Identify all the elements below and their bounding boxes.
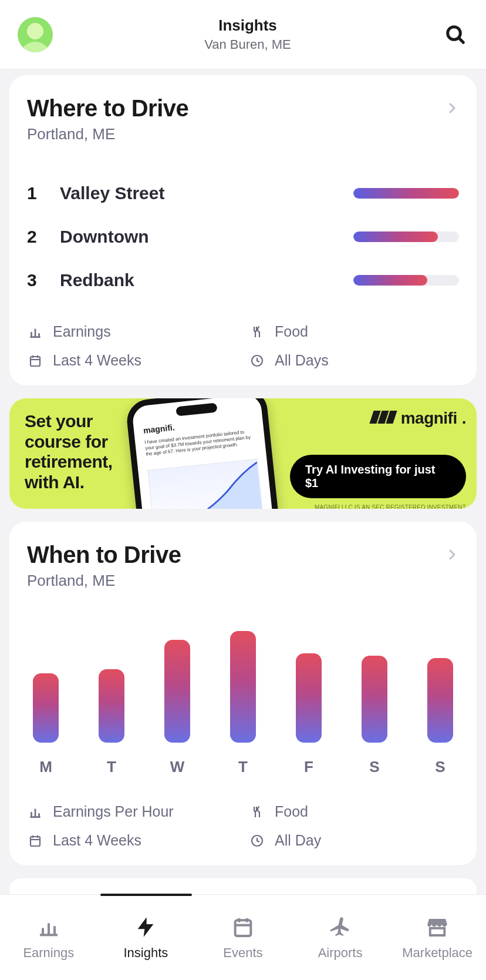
ad-brand-logo: magnifi. (372, 409, 466, 428)
lightning-icon (133, 915, 158, 939)
rank-name: Downtown (60, 227, 353, 247)
filter-metric[interactable]: Earnings (27, 323, 237, 340)
tab-marketplace[interactable]: Marketplace (389, 895, 486, 980)
filter-label: Last 4 Weeks (53, 352, 141, 369)
chart-label: S (356, 758, 393, 776)
scroll-content[interactable]: Where to Drive Portland, ME 1 Valley Str… (0, 69, 486, 894)
clock-icon (249, 833, 265, 849)
card-subtitle: Portland, ME (27, 125, 445, 143)
chevron-right-icon (445, 101, 459, 115)
chart-label: S (421, 758, 459, 776)
next-card-peek[interactable] (9, 878, 477, 894)
when-to-drive-card[interactable]: When to Drive Portland, ME M T W T F S S (9, 522, 477, 865)
tab-label: Events (223, 945, 262, 961)
chart-label: T (93, 758, 130, 776)
filter-label: All Day (275, 832, 321, 849)
ad-headline-line: Set your (25, 411, 93, 431)
rank-row[interactable]: 3 Redbank (27, 259, 459, 302)
calendar-icon (231, 915, 255, 939)
filter-days[interactable]: All Day (249, 832, 459, 849)
bar-chart-icon (27, 324, 43, 340)
tab-events[interactable]: Events (194, 895, 292, 980)
rank-list: 1 Valley Street 2 Downtown 3 Redbank (27, 172, 459, 302)
rank-bar-fill (353, 275, 427, 286)
where-filters: Earnings Food Last 4 Weeks All Days (27, 323, 459, 369)
rank-row[interactable]: 2 Downtown (27, 215, 459, 259)
phone-brand: magnifi. (143, 422, 175, 435)
tab-insights[interactable]: Insights (97, 895, 195, 980)
card-subtitle: Portland, ME (27, 572, 445, 590)
chart-bar (362, 656, 387, 743)
tab-airports[interactable]: Airports (292, 895, 389, 980)
ad-banner[interactable]: Set your course for retirement, with AI.… (9, 398, 477, 509)
bottom-tab-bar: Earnings Insights Events Airports Market… (0, 894, 486, 980)
card-title: Where to Drive (27, 95, 445, 122)
tab-label: Marketplace (402, 945, 473, 961)
filter-category[interactable]: Food (249, 803, 459, 820)
rank-number: 1 (27, 183, 60, 203)
ad-cta-button[interactable]: Try AI Investing for just $1 (290, 455, 466, 498)
rank-name: Valley Street (60, 183, 353, 203)
card-title: When to Drive (27, 542, 445, 568)
header-title-block: Insights Van Buren, ME (53, 16, 443, 52)
where-to-drive-card[interactable]: Where to Drive Portland, ME 1 Valley Str… (9, 75, 477, 385)
chart-bar (296, 653, 322, 743)
rank-bar-fill (353, 188, 459, 199)
rank-number: 2 (27, 227, 60, 247)
when-chart-labels: M T W T F S S (27, 758, 459, 776)
rank-bar-track (353, 188, 459, 199)
chart-bar (99, 669, 124, 743)
tab-earnings[interactable]: Earnings (0, 895, 97, 980)
storefront-icon (425, 915, 450, 939)
chart-label: T (224, 758, 262, 776)
filter-label: All Days (275, 352, 329, 369)
rank-row[interactable]: 1 Valley Street (27, 172, 459, 215)
svg-rect-7 (31, 357, 40, 366)
filter-period[interactable]: Last 4 Weeks (27, 352, 237, 369)
tab-label: Airports (318, 945, 363, 961)
search-button[interactable] (443, 22, 468, 48)
rank-bar-track (353, 231, 459, 242)
ad-headline-line: course for (25, 432, 108, 451)
calendar-icon (27, 833, 43, 849)
app-header: Insights Van Buren, ME (0, 0, 486, 69)
search-icon (444, 23, 467, 46)
rank-bar-track (353, 275, 459, 286)
chart-bar (33, 673, 59, 743)
calendar-icon (27, 353, 43, 369)
avatar[interactable] (18, 17, 53, 52)
filter-label: Food (275, 803, 308, 820)
clock-icon (249, 353, 265, 369)
rank-name: Redbank (60, 270, 353, 290)
filter-period[interactable]: Last 4 Weeks (27, 832, 237, 849)
when-filters: Earnings Per Hour Food Last 4 Weeks All … (27, 803, 459, 849)
chevron-right-icon (445, 548, 459, 562)
ad-headline-line: retirement, (25, 452, 113, 471)
filter-label: Earnings Per Hour (53, 803, 174, 820)
chart-label: M (27, 758, 65, 776)
when-chart (27, 613, 459, 743)
bar-chart-icon (27, 804, 43, 820)
ad-brand-name: magnifi (401, 409, 457, 428)
ad-disclaimer: MAGNIFI LLC IS AN SEC REGISTERED INVESTM… (290, 504, 466, 509)
filter-category[interactable]: Food (249, 323, 459, 340)
filter-label: Last 4 Weeks (53, 832, 141, 849)
filter-metric[interactable]: Earnings Per Hour (27, 803, 237, 820)
filter-days[interactable]: All Days (249, 352, 459, 369)
magnifi-mark-icon (372, 409, 396, 428)
phone-chart-icon (147, 459, 265, 509)
tab-indicator (100, 894, 192, 896)
svg-rect-26 (235, 920, 251, 936)
filter-label: Earnings (53, 323, 111, 340)
food-icon (249, 324, 265, 340)
chart-bar (230, 631, 256, 743)
ad-phone-mockup: magnifi. I have created an investment po… (137, 398, 290, 509)
airplane-icon (328, 915, 353, 939)
rank-number: 3 (27, 270, 60, 290)
tab-label: Insights (123, 945, 168, 961)
rank-bar-fill (353, 231, 438, 242)
tab-label: Earnings (23, 945, 74, 961)
chart-bar (164, 640, 190, 743)
filter-label: Food (275, 323, 308, 340)
bar-chart-icon (36, 915, 61, 939)
